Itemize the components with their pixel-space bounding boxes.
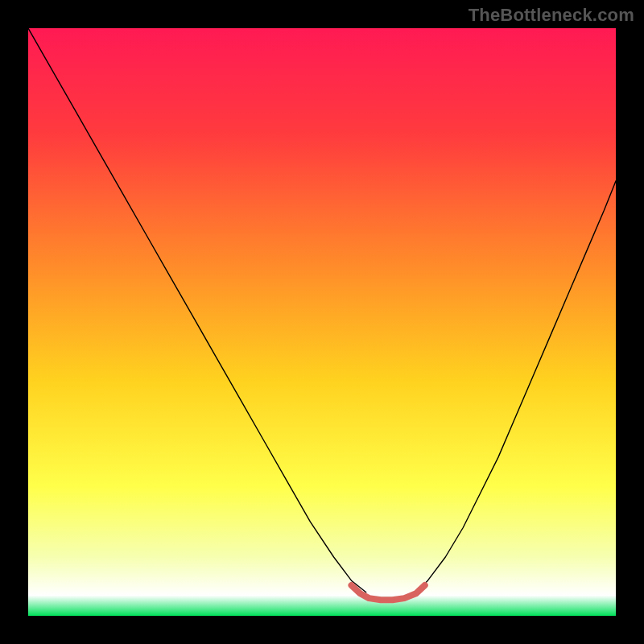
plot-area [28,28,616,616]
chart-svg [28,28,616,616]
gradient-background [28,28,616,616]
chart-frame: TheBottleneck.com [0,0,644,644]
watermark-text: TheBottleneck.com [469,5,634,26]
